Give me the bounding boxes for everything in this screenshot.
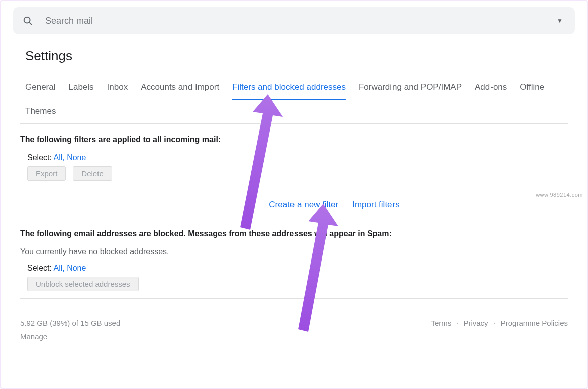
blocked-empty-text: You currently have no blocked addresses. <box>20 247 568 256</box>
manage-storage-link[interactable]: Manage <box>20 332 120 341</box>
select-all-link[interactable]: All <box>53 153 62 162</box>
export-button[interactable]: Export <box>27 166 66 181</box>
tab-themes[interactable]: Themes <box>25 106 56 116</box>
page-title: Settings <box>25 48 575 64</box>
tab-filters-blocked[interactable]: Filters and blocked addresses <box>232 82 346 92</box>
create-new-filter-link[interactable]: Create a new filter <box>269 200 338 210</box>
svg-line-1 <box>29 22 32 25</box>
search-input[interactable] <box>45 16 554 26</box>
storage-usage: 5.92 GB (39%) of 15 GB used <box>20 319 120 327</box>
watermark-text: www.989214.com <box>536 192 583 198</box>
search-options-dropdown-icon[interactable]: ▼ <box>554 14 566 27</box>
blocked-select-row: Select: All, None <box>27 264 568 273</box>
blocked-section: The following email addresses are blocke… <box>20 218 568 299</box>
search-icon <box>22 15 33 26</box>
select-none-link[interactable]: None <box>67 153 86 162</box>
tab-forwarding-pop-imap[interactable]: Forwarding and POP/IMAP <box>359 82 462 92</box>
tab-addons[interactable]: Add-ons <box>475 82 507 92</box>
import-filters-link[interactable]: Import filters <box>352 200 400 210</box>
settings-tabs: General Labels Inbox Accounts and Import… <box>20 75 568 124</box>
filters-heading: The following filters are applied to all… <box>20 135 568 144</box>
blocked-heading: The following email addresses are blocke… <box>20 229 568 238</box>
terms-link[interactable]: Terms <box>431 319 451 341</box>
tab-inbox[interactable]: Inbox <box>107 82 128 92</box>
tab-accounts-import[interactable]: Accounts and Import <box>141 82 219 92</box>
unblock-button[interactable]: Unblock selected addresses <box>27 277 139 291</box>
tab-general[interactable]: General <box>25 82 55 92</box>
filters-section: The following filters are applied to all… <box>20 124 568 188</box>
filters-select-row: Select: All, None <box>27 153 568 162</box>
footer: 5.92 GB (39%) of 15 GB used Manage Terms… <box>20 299 568 341</box>
privacy-link[interactable]: Privacy <box>463 319 488 341</box>
programme-policies-link[interactable]: Programme Policies <box>501 319 568 341</box>
select-label: Select: <box>27 264 52 272</box>
select-none-link[interactable]: None <box>67 264 86 272</box>
select-label: Select: <box>27 153 52 162</box>
tab-offline[interactable]: Offline <box>520 82 544 92</box>
tab-labels[interactable]: Labels <box>68 82 93 92</box>
svg-point-0 <box>24 17 30 23</box>
search-bar[interactable]: ▼ <box>13 7 575 34</box>
filter-action-links: Create a new filter Import filters <box>101 188 568 218</box>
delete-button[interactable]: Delete <box>73 166 112 181</box>
select-all-link[interactable]: All <box>53 264 62 272</box>
